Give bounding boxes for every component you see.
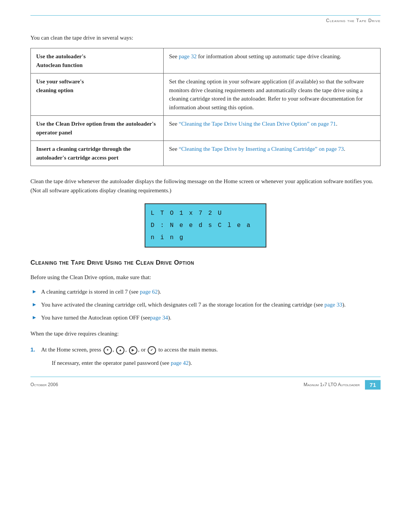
list-item: 1. At the Home screen, press , , , or to…	[30, 345, 381, 367]
method-cell-1: Use the autoloader'sAutoclean function	[31, 48, 164, 73]
footer-left: October 2006	[30, 382, 58, 387]
table-row: Use the autoloader'sAutoclean function S…	[31, 48, 381, 73]
bullet-text-1: A cleaning cartridge is stored in cell 7…	[41, 289, 161, 295]
link-page42[interactable]: page 42	[171, 360, 189, 366]
description-cell-4: See “Cleaning the Tape Drive by Insertin…	[164, 141, 381, 166]
footer-page-number: 71	[365, 380, 381, 390]
link-page62[interactable]: page 62	[140, 289, 158, 295]
footer: October 2006 Magnum 1x7 LTO Autoloader 7…	[0, 377, 411, 390]
footer-right: Magnum 1x7 LTO Autoloader 71	[304, 380, 381, 390]
list-item: You have turned the Autoclean option OFF…	[30, 313, 381, 322]
bullet-list: A cleaning cartridge is stored in cell 7…	[30, 287, 381, 322]
step-text-1: At the Home screen, press , , , or to ac…	[41, 347, 218, 353]
footer-date: October 2006	[30, 382, 58, 387]
check-icon	[148, 346, 156, 355]
header-rule	[30, 15, 381, 16]
method-cell-4: Insert a cleaning cartridge through the …	[31, 141, 164, 166]
footer-rule	[30, 377, 381, 377]
numbered-list: 1. At the Home screen, press , , , or to…	[30, 345, 381, 367]
body-paragraph: Clean the tape drive whenever the autolo…	[30, 177, 381, 195]
page-container: Cleaning the Tape Drive You can clean th…	[0, 0, 411, 405]
lcd-line-2: D : N e e d s C l e a n i n g	[151, 219, 260, 244]
intro-text: You can clean the tape drive in several …	[30, 35, 381, 41]
link-inserting-cartridge[interactable]: “Cleaning the Tape Drive by Inserting a …	[179, 146, 344, 152]
link-page33[interactable]: page 33	[324, 302, 342, 308]
bullet-text-3: You have turned the Autoclean option OFF…	[41, 315, 171, 321]
table-row: Use your software'scleaning option Set t…	[31, 73, 381, 116]
lcd-container: L T O 1 x 7 2 U D : N e e d s C l e a n …	[30, 203, 381, 248]
link-page32[interactable]: page 32	[179, 53, 197, 59]
method-cell-3: Use the Clean Drive option from the auto…	[31, 116, 164, 141]
description-cell-3: See “Cleaning the Tape Drive Using the C…	[164, 116, 381, 141]
up-icon	[116, 346, 124, 355]
list-item: A cleaning cartridge is stored in cell 7…	[30, 287, 381, 296]
header-title: Cleaning the Tape Drive	[30, 18, 381, 23]
link-page34[interactable]: page 34	[150, 315, 168, 321]
methods-table: Use the autoloader'sAutoclean function S…	[30, 48, 381, 166]
lcd-box: L T O 1 x 7 2 U D : N e e d s C l e a n …	[145, 203, 266, 248]
method-label-2: cleaning option	[36, 87, 73, 93]
section-intro: Before using the Clean Drive option, mak…	[30, 273, 381, 282]
method-label-1: Autoclean function	[36, 62, 83, 68]
method-cell-2: Use your software'scleaning option	[31, 73, 164, 116]
cross-icon	[104, 346, 112, 355]
description-cell-1: See page 32 for information about settin…	[164, 48, 381, 73]
step-number-1: 1.	[30, 345, 35, 354]
right-icon	[129, 346, 137, 355]
section-heading: Cleaning the Tape Drive Using the Clean …	[30, 259, 381, 267]
table-row: Insert a cleaning cartridge through the …	[31, 141, 381, 166]
table-row: Use the Clean Drive option from the auto…	[31, 116, 381, 141]
footer-product: Magnum 1x7 LTO Autoloader	[304, 382, 360, 387]
step-sub-para-1: If necessary, enter the operator panel p…	[52, 358, 381, 367]
description-cell-2: Set the cleaning option in your software…	[164, 73, 381, 116]
when-paragraph: When the tape drive requires cleaning:	[30, 329, 381, 338]
bullet-text-2: You have activated the cleaning cartridg…	[41, 302, 346, 308]
lcd-line-1: L T O 1 x 7 2 U	[151, 207, 260, 219]
footer-content: October 2006 Magnum 1x7 LTO Autoloader 7…	[30, 380, 381, 390]
list-item: You have activated the cleaning cartridg…	[30, 300, 381, 309]
link-clean-drive-option[interactable]: “Cleaning the Tape Drive Using the Clean…	[179, 121, 336, 127]
